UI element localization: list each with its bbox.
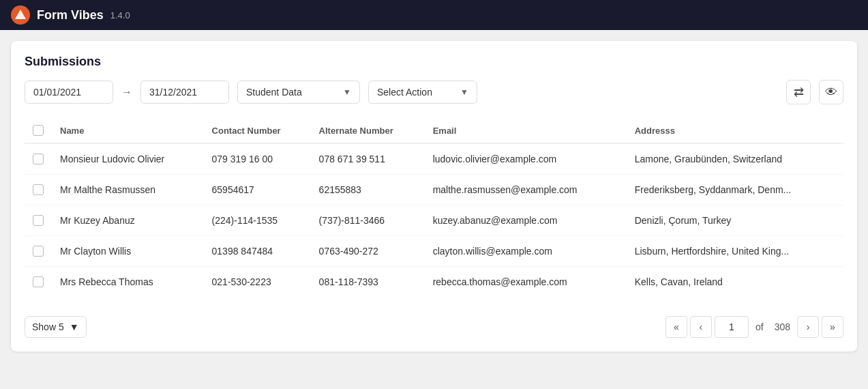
show-count-chevron-icon: ▼ [70,321,79,332]
cell-alternate: 62155883 [311,175,425,205]
cell-contact: 01398 847484 [204,236,311,267]
row-checkbox-cell [25,236,52,267]
submissions-card: Submissions → Student Data ▼ Select Acti… [11,41,857,351]
cell-address: Lamone, Graubünden, Switzerland [627,143,843,175]
action-select[interactable]: Select Action ▼ [368,81,477,104]
row-checkbox-1[interactable] [33,184,44,195]
cell-alternate: 081-118-7393 [311,267,425,298]
last-page-button[interactable]: » [822,316,843,338]
cell-email: ludovic.olivier@example.com [425,143,627,175]
of-text: of [755,321,764,332]
table-header-row: Name Contact Number Alternate Number Ema… [25,118,843,143]
col-email: Email [425,118,627,143]
table-wrapper: Name Contact Number Alternate Number Ema… [25,118,843,297]
main-content: Submissions → Student Data ▼ Select Acti… [0,30,868,389]
action-select-label: Select Action [377,87,432,98]
arrow-icon: → [121,86,132,98]
row-checkbox-4[interactable] [33,276,44,287]
refresh-icon: ⇄ [794,85,804,100]
cell-email: rebecca.thomas@example.com [425,267,627,298]
cell-address: Lisburn, Hertfordshire, United King... [627,236,843,267]
date-from-input[interactable] [25,81,113,104]
cell-address: Denizli, Çorum, Turkey [627,205,843,236]
table-row: Mr Kuzey Abanuz (224)-114-1535 (737)-811… [25,205,843,236]
cell-name: Monsieur Ludovic Olivier [52,143,204,175]
total-pages: 308 [775,321,790,332]
cell-contact: (224)-114-1535 [204,205,311,236]
cell-name: Mr Malthe Rasmussen [52,175,204,205]
pagination: « ‹ of 308 › » [665,316,843,338]
submissions-table: Name Contact Number Alternate Number Ema… [25,118,843,297]
cell-email: kuzey.abanuz@example.com [425,205,627,236]
row-checkbox-2[interactable] [33,215,44,226]
col-alternate: Alternate Number [311,118,425,143]
cell-alternate: (737)-811-3466 [311,205,425,236]
row-checkbox-3[interactable] [33,246,44,257]
cell-address: Kells, Cavan, Ireland [627,267,843,298]
table-row: Mrs Rebecca Thomas 021-530-2223 081-118-… [25,267,843,298]
cell-email: malthe.rasmussen@example.com [425,175,627,205]
select-all-checkbox[interactable] [33,125,44,136]
app-logo-icon [11,5,30,25]
next-page-button[interactable]: › [797,316,819,338]
cell-contact: 65954617 [204,175,311,205]
date-to-input[interactable] [140,81,229,104]
cell-name: Mr Clayton Willis [52,236,204,267]
cell-email: clayton.willis@example.com [425,236,627,267]
first-page-button[interactable]: « [665,316,687,338]
cell-alternate: 078 671 39 511 [311,143,425,175]
table-row: Monsieur Ludovic Olivier 079 319 16 00 0… [25,143,843,175]
cell-contact: 021-530-2223 [204,267,311,298]
form-select-chevron-icon: ▼ [343,87,351,97]
eye-icon: 👁 [825,85,837,100]
page-number-input[interactable] [715,316,749,338]
cell-address: Frederiksberg, Syddanmark, Denm... [627,175,843,205]
col-address: Addresss [627,118,843,143]
topbar: Form Vibes 1.4.0 [0,0,868,30]
cell-name: Mrs Rebecca Thomas [52,267,204,298]
app-name: Form Vibes [37,8,104,23]
cell-contact: 079 319 16 00 [204,143,311,175]
col-name: Name [52,118,204,143]
app-version: 1.4.0 [110,10,130,20]
form-select-label: Student Data [246,87,302,98]
cell-name: Mr Kuzey Abanuz [52,205,204,236]
prev-page-button[interactable]: ‹ [690,316,712,338]
action-select-chevron-icon: ▼ [460,87,468,97]
col-contact: Contact Number [204,118,311,143]
row-checkbox-cell [25,267,52,298]
show-count-select[interactable]: Show 5 ▼ [25,316,87,338]
row-checkbox-cell [25,143,52,175]
select-all-header [25,118,52,143]
filters-row: → Student Data ▼ Select Action ▼ ⇄ 👁 [25,80,843,104]
page-title: Submissions [25,55,843,69]
footer-row: Show 5 ▼ « ‹ of 308 › » [25,308,843,338]
view-button[interactable]: 👁 [819,80,843,104]
row-checkbox-cell [25,175,52,205]
table-row: Mr Malthe Rasmussen 65954617 62155883 ma… [25,175,843,205]
table-row: Mr Clayton Willis 01398 847484 0763-490-… [25,236,843,267]
cell-alternate: 0763-490-272 [311,236,425,267]
row-checkbox-cell [25,205,52,236]
show-count-label: Show 5 [32,321,64,332]
form-select[interactable]: Student Data ▼ [237,81,360,104]
row-checkbox-0[interactable] [33,154,44,164]
refresh-button[interactable]: ⇄ [786,80,811,104]
